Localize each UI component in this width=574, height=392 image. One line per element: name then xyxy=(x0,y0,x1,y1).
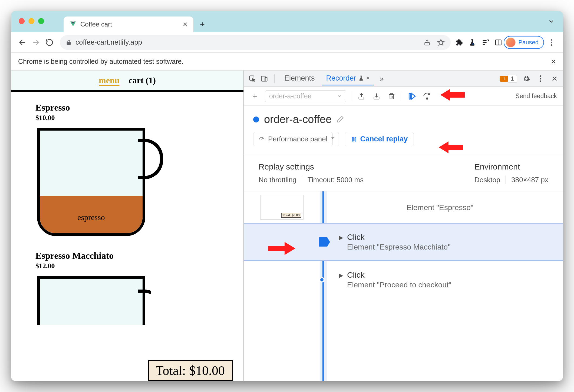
step-action: Click xyxy=(347,270,451,280)
chrome-menu-button[interactable] xyxy=(546,36,557,48)
step-action: Click xyxy=(347,232,450,242)
side-panel-icon[interactable] xyxy=(494,39,502,46)
performance-panel-button[interactable]: Performance panel xyxy=(253,132,333,146)
export-icon[interactable] xyxy=(356,91,367,101)
avatar xyxy=(506,38,516,47)
automation-notice: Chrome is being controlled by automated … xyxy=(11,53,563,71)
svg-marker-35 xyxy=(440,89,465,101)
svg-point-30 xyxy=(426,98,428,99)
bookmark-star-icon[interactable] xyxy=(437,39,445,46)
timeout-value[interactable]: Timeout: 5000 ms xyxy=(308,176,364,184)
device-toggle-icon[interactable] xyxy=(260,74,269,83)
recorder-toolbar: + order-a-coffee xyxy=(244,87,563,106)
chevron-down-icon xyxy=(337,92,342,100)
svg-rect-10 xyxy=(496,40,501,45)
svg-point-13 xyxy=(551,41,552,43)
expand-tabs-icon[interactable] xyxy=(548,18,555,27)
notice-close-icon[interactable]: × xyxy=(551,57,556,67)
svg-marker-37 xyxy=(268,242,295,255)
svg-point-12 xyxy=(551,39,552,40)
devtools-close-icon[interactable] xyxy=(550,74,559,83)
lock-icon xyxy=(66,39,72,45)
share-icon[interactable] xyxy=(424,39,431,46)
maximize-window-button[interactable] xyxy=(38,18,44,24)
cup-macchiato[interactable] xyxy=(37,276,151,325)
experiment-flask-icon xyxy=(358,75,364,81)
recording-selector[interactable]: order-a-coffee xyxy=(265,90,346,102)
replay-settings-row: Replay settings No throttling Timeout: 5… xyxy=(244,154,563,191)
media-icon[interactable] xyxy=(481,39,489,46)
expand-caret-icon[interactable]: ▶ xyxy=(339,234,343,241)
total-toast[interactable]: Total: $10.00 xyxy=(148,360,233,381)
viewport-value[interactable]: 380×487 px xyxy=(511,176,548,184)
svg-line-31 xyxy=(262,138,263,140)
browser-tab[interactable]: Coffee cart × xyxy=(64,16,193,32)
issues-count: 1 xyxy=(508,75,517,83)
send-feedback-link[interactable]: Send feedback xyxy=(516,92,557,100)
tab-elements[interactable]: Elements xyxy=(280,72,319,85)
url-toolbar: coffee-cart.netlify.app Paused xyxy=(11,32,563,53)
tab-close-icon[interactable]: × xyxy=(183,20,187,28)
svg-point-14 xyxy=(551,44,552,46)
profile-paused-badge[interactable]: Paused xyxy=(504,36,544,49)
delete-icon[interactable] xyxy=(387,91,397,101)
issues-button[interactable]: ! 1 xyxy=(500,75,517,83)
gauge-icon xyxy=(258,136,265,142)
svg-point-21 xyxy=(540,78,541,79)
step-target: Element "Proceed to checkout" xyxy=(347,281,451,289)
step-marker-icon xyxy=(319,277,325,283)
minimize-window-button[interactable] xyxy=(28,18,34,24)
recording-selector-value: order-a-coffee xyxy=(269,92,312,100)
extensions-puzzle-icon[interactable] xyxy=(455,38,463,46)
new-tab-button[interactable]: + xyxy=(198,20,206,28)
edit-name-icon[interactable] xyxy=(337,113,344,125)
expand-caret-icon[interactable]: ▶ xyxy=(339,272,343,279)
product-macchiato: Espresso Macchiato $12.00 xyxy=(35,251,219,325)
replay-button[interactable] xyxy=(407,91,417,101)
device-value[interactable]: Desktop xyxy=(474,176,500,184)
paused-label: Paused xyxy=(518,39,539,46)
experiment-flask-icon[interactable] xyxy=(469,39,476,46)
pause-icon xyxy=(351,136,357,142)
devtools-menu-icon[interactable] xyxy=(536,74,545,83)
extension-icons xyxy=(455,38,502,46)
titlebar: Coffee cart × + xyxy=(11,11,563,32)
svg-point-22 xyxy=(540,80,541,82)
forward-button[interactable] xyxy=(30,36,42,48)
devtools-pane: Elements Recorder × » ! 1 xyxy=(244,71,563,381)
url-text: coffee-cart.netlify.app xyxy=(75,38,142,46)
step-row[interactable]: ▶ Click Element "Proceed to checkout" xyxy=(244,261,563,299)
svg-rect-33 xyxy=(352,137,353,141)
content-split: menu cart (1) Espresso $10.00 espresso xyxy=(11,71,563,381)
cancel-replay-button[interactable]: Cancel replay xyxy=(345,132,414,146)
svg-rect-25 xyxy=(390,94,393,99)
svg-point-6 xyxy=(472,43,474,45)
tab-title: Coffee cart xyxy=(80,21,112,28)
notice-text: Chrome is being controlled by automated … xyxy=(18,58,183,65)
cup-espresso[interactable]: espresso xyxy=(37,128,151,236)
tab-close-icon[interactable]: × xyxy=(366,75,370,82)
step-row[interactable]: Total: $0.00 ▶ Element "Espresso" xyxy=(244,191,563,223)
recorder-actions: Performance panel Cancel replay xyxy=(244,131,563,154)
tabs-overflow-icon[interactable]: » xyxy=(377,74,387,83)
thumb-total-label: Total: $0.00 xyxy=(281,213,301,218)
import-icon[interactable] xyxy=(371,91,382,101)
inspect-element-icon[interactable] xyxy=(248,74,257,83)
reload-button[interactable] xyxy=(44,36,55,48)
close-window-button[interactable] xyxy=(19,18,25,24)
nav-cart-link[interactable]: cart (1) xyxy=(128,75,156,85)
page-nav: menu cart (1) xyxy=(11,71,243,92)
performance-dropdown[interactable] xyxy=(327,132,339,146)
throttling-value[interactable]: No throttling xyxy=(259,176,296,184)
tab-recorder[interactable]: Recorder × xyxy=(322,72,374,85)
nav-menu-link[interactable]: menu xyxy=(99,75,119,85)
product-price: $10.00 xyxy=(35,114,219,122)
steps-list: Total: $0.00 ▶ Element "Espresso" ▶ xyxy=(244,191,563,381)
back-button[interactable] xyxy=(17,36,28,48)
settings-gear-icon[interactable] xyxy=(522,74,531,83)
step-over-icon[interactable] xyxy=(422,91,432,101)
page-body: Espresso $10.00 espresso Espresso Macchi… xyxy=(11,92,243,381)
new-recording-button[interactable]: + xyxy=(250,91,260,101)
recording-title-row: order-a-coffee xyxy=(244,106,563,131)
address-bar[interactable]: coffee-cart.netlify.app xyxy=(60,35,451,50)
